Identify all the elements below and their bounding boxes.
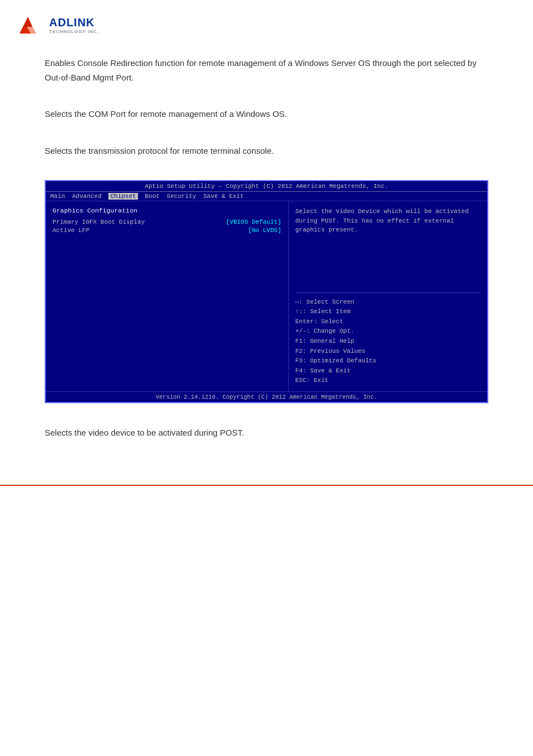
bios-left-panel: Graphics Configuration Primary IGFX Boot… [46, 201, 289, 391]
page-wrapper: ADLINK TECHNOLOGY INC. Enables Console R… [0, 0, 533, 486]
bios-right-panel: Select the Video Device which will be ac… [289, 201, 488, 391]
bios-menu-security[interactable]: Security [166, 193, 196, 200]
bios-value-primary-igfx: [VBIOS Default] [226, 219, 281, 225]
bios-title-bar: Aptio Setup Utility – Copyright (C) 2012… [46, 181, 487, 192]
bios-value-active-lfp: [No LVDS] [248, 227, 281, 234]
bios-footer-text: Version 2.14.1219. Copyright (C) 2012 Am… [156, 394, 378, 400]
bios-menu-boot[interactable]: Boot [145, 193, 159, 200]
bios-help-line-4: +/-: Change Opt. [296, 327, 481, 337]
bios-menu-chipset[interactable]: Chipset [108, 193, 137, 200]
bios-help-line-1: ↔: Select Screen [296, 297, 481, 308]
bios-help-line-6: F2: Previous Values [296, 347, 481, 357]
logo-subtitle-text: TECHNOLOGY INC. [49, 29, 99, 34]
header: ADLINK TECHNOLOGY INC. [0, 0, 533, 45]
logo-container: ADLINK TECHNOLOGY INC. [17, 11, 99, 39]
bios-row-primary-igfx: Primary IGFX Boot Display [VBIOS Default… [53, 219, 282, 225]
bios-label-primary-igfx: Primary IGFX Boot Display [53, 219, 145, 225]
bios-footer: Version 2.14.1219. Copyright (C) 2012 Am… [46, 391, 487, 402]
paragraph-console-redirect: Enables Console Redirection function for… [45, 56, 488, 84]
logo-adlink-text: ADLINK [49, 16, 99, 29]
bios-menu-bar: Main Advanced Chipset Boot Security Save… [46, 192, 487, 201]
bios-label-active-lfp: Active LFP [53, 227, 89, 234]
content-area: Enables Console Redirection function for… [0, 45, 533, 479]
bios-help-line-2: ↑↓: Select Item [296, 307, 481, 317]
bios-menu-main[interactable]: Main [50, 193, 65, 200]
bios-help-line-8: F4: Save & Exit [296, 366, 481, 376]
bios-help-line-5: F1: General Help [296, 337, 481, 347]
bios-title-text: Aptio Setup Utility – Copyright (C) 2012… [145, 183, 388, 190]
bios-help-line-9: ESC: Exit [296, 376, 481, 386]
bios-menu-save-exit[interactable]: Save & Exit [203, 193, 244, 200]
logo-text: ADLINK TECHNOLOGY INC. [49, 16, 99, 34]
paragraph-video-device: Selects the video device to be activated… [45, 426, 488, 440]
adlink-logo-icon [17, 11, 45, 39]
bios-help-text: ↔: Select Screen ↑↓: Select Item Enter: … [296, 297, 481, 386]
bios-description-text: Select the Video Device which will be ac… [296, 207, 481, 235]
bottom-divider [0, 485, 533, 486]
bios-help-line-7: F3: Optimized Defaults [296, 356, 481, 366]
bios-help-line-3: Enter: Select [296, 317, 481, 327]
bios-screenshot: Aptio Setup Utility – Copyright (C) 2012… [45, 180, 488, 403]
paragraph-transmission-protocol: Selects the transmission protocol for re… [45, 144, 488, 158]
paragraph-com-port: Selects the COM Port for remote manageme… [45, 107, 488, 121]
bios-section-graphics: Graphics Configuration [53, 207, 282, 214]
bios-menu-advanced[interactable]: Advanced [72, 193, 102, 200]
bios-body: Graphics Configuration Primary IGFX Boot… [46, 201, 487, 391]
bios-row-active-lfp: Active LFP [No LVDS] [53, 227, 282, 234]
bios-divider [296, 292, 481, 293]
